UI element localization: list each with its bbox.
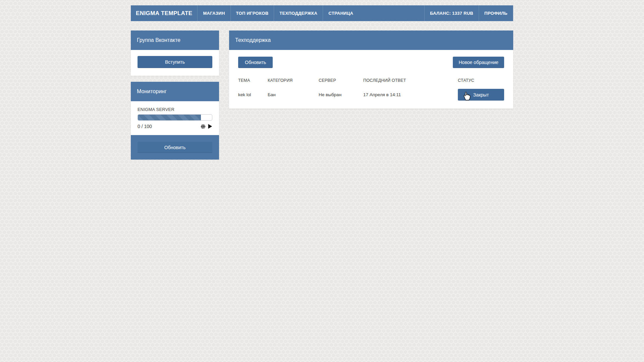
nav-item-page[interactable]: СТРАНИЦА [323,5,359,21]
sidebar: Группа Вконтакте Вступить Мониторинг ENI… [131,31,219,160]
server-load-progressbar [138,114,212,121]
navbar: ENIGMA TEMPLATE МАГАЗИН ТОП ИГРОКОВ ТЕХП… [131,5,513,21]
nav-item-top-players[interactable]: ТОП ИГРОКОВ [230,5,274,21]
support-panel: Техподдержка Обновить Новое обращение ТЕ… [229,31,513,109]
monitoring-refresh-button[interactable]: Обновить [138,142,212,153]
column-header-topic: ТЕМА [238,78,268,83]
server-load-progress-fill [138,115,201,120]
play-icon[interactable] [208,124,212,129]
column-header-server: СЕРВЕР [319,78,363,83]
nav-item-shop[interactable]: МАГАЗИН [197,5,230,21]
ticket-last-reply: 17 Апреля в 14:11 [363,92,458,97]
monitoring-panel-title: Мониторинг [131,82,219,101]
column-header-last-reply: ПОСЛЕДНИЙ ОТВЕТ [363,78,458,83]
nav-item-support[interactable]: ТЕХПОДДЕРЖКА [274,5,323,21]
column-header-status: СТАТУС [458,78,504,83]
ticket-status-button[interactable]: Закрыт [458,89,504,101]
monitoring-panel: Мониторинг ENIGMA SERVER 0 / 100 [131,82,219,160]
nav-item-profile[interactable]: ПРОФИЛЬ [479,5,513,21]
vk-group-panel-title: Группа Вконтакте [131,31,219,50]
tickets-table: ТЕМА КАТЕГОРИЯ СЕРВЕР ПОСЛЕДНИЙ ОТВЕТ СТ… [238,73,504,101]
support-panel-title: Техподдержка [229,31,513,50]
globe-icon[interactable] [201,124,206,129]
monitoring-panel-footer: Обновить [131,135,219,160]
ticket-row: kek lol Бан Не выбран 17 Апреля в 14:11 … [238,86,504,101]
new-ticket-button[interactable]: Новое обращение [453,57,504,68]
ticket-server: Не выбран [319,92,363,97]
tickets-refresh-button[interactable]: Обновить [238,57,273,68]
brand-logo[interactable]: ENIGMA TEMPLATE [131,5,197,21]
tickets-table-header: ТЕМА КАТЕГОРИЯ СЕРВЕР ПОСЛЕДНИЙ ОТВЕТ СТ… [238,73,504,86]
vk-join-button[interactable]: Вступить [138,56,212,68]
players-count-label: 0 / 100 [138,124,152,129]
page-container: ENIGMA TEMPLATE МАГАЗИН ТОП ИГРОКОВ ТЕХП… [131,5,513,160]
column-header-category: КАТЕГОРИЯ [268,78,319,83]
nav-spacer [359,5,424,21]
server-name-label: ENIGMA SERVER [138,107,212,112]
ticket-category: Бан [268,92,319,97]
nav-item-balance[interactable]: БАЛАНС: 1337 RUB [424,5,479,21]
ticket-topic: kek lol [238,92,268,97]
vk-group-panel: Группа Вконтакте Вступить [131,31,219,76]
